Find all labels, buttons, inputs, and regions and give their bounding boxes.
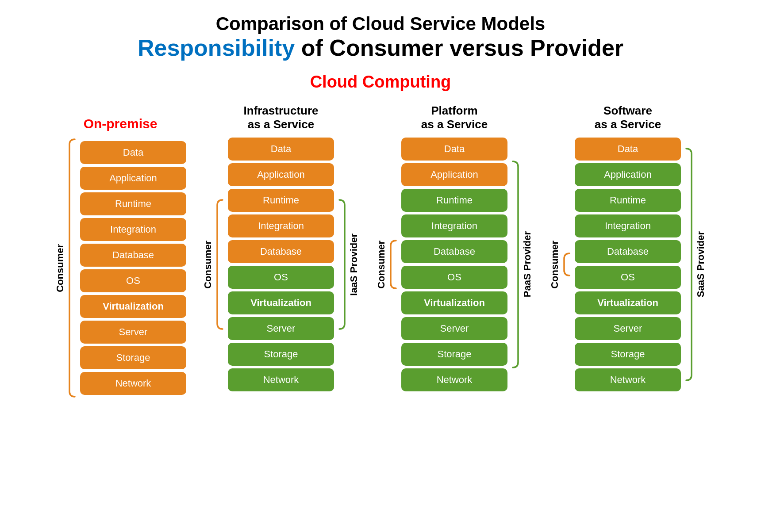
header-on-premise: On-premise — [84, 100, 158, 131]
title-line1: Comparison of Cloud Service Models — [138, 13, 623, 34]
header-paas: Platform as a Service — [421, 100, 488, 131]
header-iaas: Infrastructure as a Service — [243, 100, 318, 131]
box-server-saas: Server — [575, 317, 681, 340]
box-application-paas: Application — [401, 163, 507, 186]
main-content: On-premise Consumer Data Application Run… — [9, 100, 752, 398]
box-integration-iaas: Integration — [228, 214, 334, 237]
box-os-iaas: OS — [228, 266, 334, 289]
box-storage-saas: Storage — [575, 343, 681, 366]
box-network-op: Network — [80, 372, 186, 395]
box-runtime-op: Runtime — [80, 192, 186, 215]
consumer-label-iaas: Consumer — [202, 241, 214, 289]
consumer-label-paas: Consumer — [376, 241, 387, 289]
box-runtime-iaas: Runtime — [228, 189, 334, 212]
saas-stack-wrapper: Consumer Data Application Runtime Integr… — [549, 138, 707, 391]
box-network-paas: Network — [401, 368, 507, 391]
bracket-provider-iaas — [338, 198, 346, 331]
box-data-paas: Data — [401, 138, 507, 161]
column-iaas: Infrastructure as a Service Consumer Dat… — [202, 100, 360, 391]
box-integration-paas: Integration — [401, 214, 507, 237]
bracket-provider-saas — [685, 147, 693, 382]
on-premise-stack-wrapper: Consumer Data Application Runtime Integr… — [54, 138, 186, 398]
box-database-saas: Database — [575, 240, 681, 263]
header-saas: Software as a Service — [595, 100, 661, 131]
box-integration-op: Integration — [80, 218, 186, 241]
consumer-label-saas: Consumer — [549, 241, 561, 289]
box-os-saas: OS — [575, 266, 681, 289]
box-database-paas: Database — [401, 240, 507, 263]
column-on-premise: On-premise Consumer Data Application Run… — [54, 100, 186, 398]
box-server-paas: Server — [401, 317, 507, 340]
iaas-stack-wrapper: Consumer Data Application Runtime Integr… — [202, 138, 360, 391]
provider-label-iaas: IaaS Provider — [348, 233, 360, 296]
box-network-saas: Network — [575, 368, 681, 391]
stack-paas: Data Application Runtime Integration Dat… — [401, 138, 507, 391]
box-runtime-saas: Runtime — [575, 189, 681, 212]
box-data-saas: Data — [575, 138, 681, 161]
title-line2: Responsibility of Consumer versus Provid… — [138, 34, 623, 61]
box-data-op: Data — [80, 141, 186, 164]
box-os-op: OS — [80, 269, 186, 292]
box-storage-op: Storage — [80, 346, 186, 369]
box-integration-saas: Integration — [575, 214, 681, 237]
consumer-label-on-premise: Consumer — [54, 244, 66, 292]
box-application-iaas: Application — [228, 163, 334, 186]
column-paas: Platform as a Service Consumer Data Appl… — [376, 100, 533, 391]
box-runtime-paas: Runtime — [401, 189, 507, 212]
box-server-op: Server — [80, 321, 186, 344]
stack-on-premise: Data Application Runtime Integration Dat… — [80, 141, 186, 395]
stack-iaas: Data Application Runtime Integration Dat… — [228, 138, 334, 391]
box-database-op: Database — [80, 244, 186, 267]
box-storage-iaas: Storage — [228, 343, 334, 366]
bracket-provider-paas — [512, 160, 520, 369]
box-data-iaas: Data — [228, 138, 334, 161]
box-virtualization-saas: Virtualization — [575, 291, 681, 314]
box-application-op: Application — [80, 167, 186, 190]
box-database-iaas: Database — [228, 240, 334, 263]
box-os-paas: OS — [401, 266, 507, 289]
bracket-consumer-saas — [562, 252, 570, 277]
provider-label-saas: SaaS Provider — [695, 231, 707, 297]
bracket-consumer-paas — [389, 239, 397, 290]
box-server-iaas: Server — [228, 317, 334, 340]
box-virtualization-paas: Virtualization — [401, 291, 507, 314]
provider-label-paas: PaaS Provider — [522, 231, 533, 297]
stack-saas: Data Application Runtime Integration Dat… — [575, 138, 681, 391]
bracket-consumer-iaas — [215, 198, 223, 331]
box-storage-paas: Storage — [401, 343, 507, 366]
column-saas: Software as a Service Consumer Data Appl… — [549, 100, 707, 391]
title-highlight: Responsibility — [138, 35, 295, 61]
page-title: Comparison of Cloud Service Models Respo… — [138, 13, 623, 61]
box-application-saas: Application — [575, 163, 681, 186]
box-virtualization-op: Virtualization — [80, 295, 186, 318]
bracket-left-on-premise — [68, 138, 76, 398]
paas-stack-wrapper: Consumer Data Application Runtime Integr… — [376, 138, 533, 391]
title-suffix: of Consumer versus Provider — [295, 35, 623, 61]
box-virtualization-iaas: Virtualization — [228, 291, 334, 314]
cloud-computing-label: Cloud Computing — [310, 73, 451, 92]
box-network-iaas: Network — [228, 368, 334, 391]
